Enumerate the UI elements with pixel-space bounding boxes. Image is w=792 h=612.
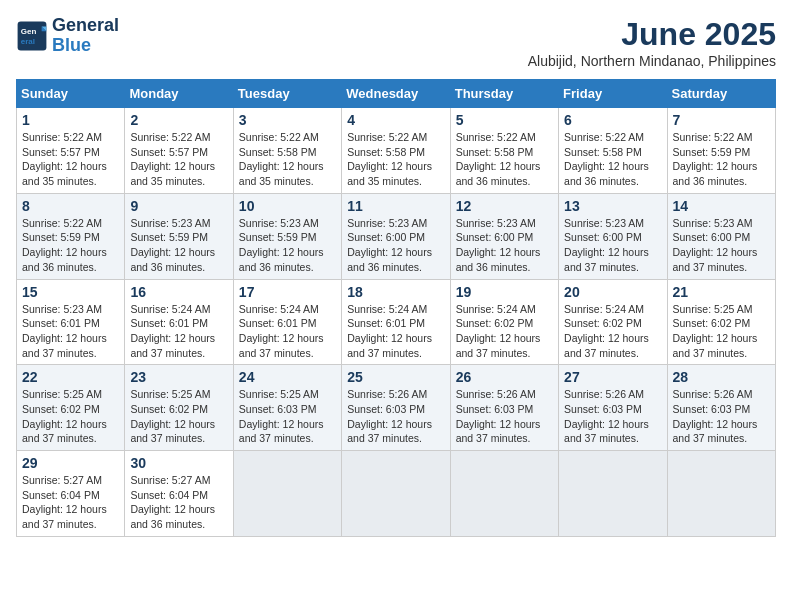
- calendar-cell-empty-3-4: [450, 451, 558, 537]
- day-info: Sunrise: 5:23 AMSunset: 5:59 PMDaylight:…: [130, 217, 215, 273]
- day-number: 11: [347, 198, 444, 214]
- day-info: Sunrise: 5:25 AMSunset: 6:02 PMDaylight:…: [130, 388, 215, 444]
- day-info: Sunrise: 5:27 AMSunset: 6:04 PMDaylight:…: [22, 474, 107, 530]
- day-info: Sunrise: 5:27 AMSunset: 6:04 PMDaylight:…: [130, 474, 215, 530]
- day-number: 16: [130, 284, 227, 300]
- calendar-cell-28: 28Sunrise: 5:26 AMSunset: 6:03 PMDayligh…: [667, 365, 775, 451]
- calendar-cell-14: 14Sunrise: 5:23 AMSunset: 6:00 PMDayligh…: [667, 193, 775, 279]
- location-title: Alubijid, Northern Mindanao, Philippines: [528, 53, 776, 69]
- day-number: 23: [130, 369, 227, 385]
- day-info: Sunrise: 5:26 AMSunset: 6:03 PMDaylight:…: [347, 388, 432, 444]
- col-saturday: Saturday: [667, 80, 775, 108]
- calendar-cell-29: 29Sunrise: 5:27 AMSunset: 6:04 PMDayligh…: [17, 451, 125, 537]
- day-number: 18: [347, 284, 444, 300]
- day-info: Sunrise: 5:24 AMSunset: 6:02 PMDaylight:…: [564, 303, 649, 359]
- calendar-cell-empty-3-3: [342, 451, 450, 537]
- day-info: Sunrise: 5:25 AMSunset: 6:02 PMDaylight:…: [22, 388, 107, 444]
- day-number: 2: [130, 112, 227, 128]
- day-number: 14: [673, 198, 770, 214]
- day-number: 7: [673, 112, 770, 128]
- day-info: Sunrise: 5:26 AMSunset: 6:03 PMDaylight:…: [456, 388, 541, 444]
- day-info: Sunrise: 5:24 AMSunset: 6:02 PMDaylight:…: [456, 303, 541, 359]
- day-number: 6: [564, 112, 661, 128]
- day-number: 15: [22, 284, 119, 300]
- calendar-cell-empty-3-2: [233, 451, 341, 537]
- day-info: Sunrise: 5:22 AMSunset: 5:59 PMDaylight:…: [673, 131, 758, 187]
- day-number: 28: [673, 369, 770, 385]
- day-info: Sunrise: 5:24 AMSunset: 6:01 PMDaylight:…: [347, 303, 432, 359]
- calendar-cell-empty-3-6: [667, 451, 775, 537]
- day-info: Sunrise: 5:22 AMSunset: 5:58 PMDaylight:…: [456, 131, 541, 187]
- logo-text: General Blue: [52, 16, 119, 56]
- calendar-cell-24: 24Sunrise: 5:25 AMSunset: 6:03 PMDayligh…: [233, 365, 341, 451]
- calendar-cell-6: 6Sunrise: 5:22 AMSunset: 5:58 PMDaylight…: [559, 108, 667, 194]
- day-info: Sunrise: 5:24 AMSunset: 6:01 PMDaylight:…: [130, 303, 215, 359]
- day-info: Sunrise: 5:23 AMSunset: 6:00 PMDaylight:…: [347, 217, 432, 273]
- col-tuesday: Tuesday: [233, 80, 341, 108]
- day-number: 5: [456, 112, 553, 128]
- day-number: 30: [130, 455, 227, 471]
- col-friday: Friday: [559, 80, 667, 108]
- day-number: 12: [456, 198, 553, 214]
- calendar-cell-10: 10Sunrise: 5:23 AMSunset: 5:59 PMDayligh…: [233, 193, 341, 279]
- day-number: 13: [564, 198, 661, 214]
- calendar-cell-12: 12Sunrise: 5:23 AMSunset: 6:00 PMDayligh…: [450, 193, 558, 279]
- day-number: 8: [22, 198, 119, 214]
- week-row-4: 22Sunrise: 5:25 AMSunset: 6:02 PMDayligh…: [17, 365, 776, 451]
- calendar-cell-7: 7Sunrise: 5:22 AMSunset: 5:59 PMDaylight…: [667, 108, 775, 194]
- calendar-cell-19: 19Sunrise: 5:24 AMSunset: 6:02 PMDayligh…: [450, 279, 558, 365]
- svg-text:eral: eral: [21, 37, 35, 46]
- day-info: Sunrise: 5:23 AMSunset: 6:00 PMDaylight:…: [673, 217, 758, 273]
- calendar-cell-13: 13Sunrise: 5:23 AMSunset: 6:00 PMDayligh…: [559, 193, 667, 279]
- day-info: Sunrise: 5:22 AMSunset: 5:57 PMDaylight:…: [130, 131, 215, 187]
- calendar-cell-3: 3Sunrise: 5:22 AMSunset: 5:58 PMDaylight…: [233, 108, 341, 194]
- week-row-1: 1Sunrise: 5:22 AMSunset: 5:57 PMDaylight…: [17, 108, 776, 194]
- day-number: 17: [239, 284, 336, 300]
- day-info: Sunrise: 5:23 AMSunset: 5:59 PMDaylight:…: [239, 217, 324, 273]
- calendar-cell-9: 9Sunrise: 5:23 AMSunset: 5:59 PMDaylight…: [125, 193, 233, 279]
- day-info: Sunrise: 5:22 AMSunset: 5:57 PMDaylight:…: [22, 131, 107, 187]
- calendar-header-row: Sunday Monday Tuesday Wednesday Thursday…: [17, 80, 776, 108]
- day-info: Sunrise: 5:24 AMSunset: 6:01 PMDaylight:…: [239, 303, 324, 359]
- day-number: 24: [239, 369, 336, 385]
- day-info: Sunrise: 5:22 AMSunset: 5:58 PMDaylight:…: [239, 131, 324, 187]
- day-number: 25: [347, 369, 444, 385]
- calendar-cell-empty-3-5: [559, 451, 667, 537]
- day-number: 20: [564, 284, 661, 300]
- day-number: 9: [130, 198, 227, 214]
- calendar-cell-25: 25Sunrise: 5:26 AMSunset: 6:03 PMDayligh…: [342, 365, 450, 451]
- day-info: Sunrise: 5:23 AMSunset: 6:01 PMDaylight:…: [22, 303, 107, 359]
- day-number: 19: [456, 284, 553, 300]
- col-monday: Monday: [125, 80, 233, 108]
- calendar-cell-5: 5Sunrise: 5:22 AMSunset: 5:58 PMDaylight…: [450, 108, 558, 194]
- calendar-cell-27: 27Sunrise: 5:26 AMSunset: 6:03 PMDayligh…: [559, 365, 667, 451]
- day-info: Sunrise: 5:25 AMSunset: 6:02 PMDaylight:…: [673, 303, 758, 359]
- day-info: Sunrise: 5:26 AMSunset: 6:03 PMDaylight:…: [564, 388, 649, 444]
- calendar-cell-2: 2Sunrise: 5:22 AMSunset: 5:57 PMDaylight…: [125, 108, 233, 194]
- title-section: June 2025 Alubijid, Northern Mindanao, P…: [528, 16, 776, 69]
- calendar-cell-15: 15Sunrise: 5:23 AMSunset: 6:01 PMDayligh…: [17, 279, 125, 365]
- calendar-cell-1: 1Sunrise: 5:22 AMSunset: 5:57 PMDaylight…: [17, 108, 125, 194]
- day-info: Sunrise: 5:25 AMSunset: 6:03 PMDaylight:…: [239, 388, 324, 444]
- calendar-cell-23: 23Sunrise: 5:25 AMSunset: 6:02 PMDayligh…: [125, 365, 233, 451]
- day-info: Sunrise: 5:22 AMSunset: 5:58 PMDaylight:…: [564, 131, 649, 187]
- day-number: 3: [239, 112, 336, 128]
- day-number: 22: [22, 369, 119, 385]
- month-title: June 2025: [528, 16, 776, 53]
- week-row-3: 15Sunrise: 5:23 AMSunset: 6:01 PMDayligh…: [17, 279, 776, 365]
- calendar-cell-30: 30Sunrise: 5:27 AMSunset: 6:04 PMDayligh…: [125, 451, 233, 537]
- calendar-cell-16: 16Sunrise: 5:24 AMSunset: 6:01 PMDayligh…: [125, 279, 233, 365]
- day-number: 29: [22, 455, 119, 471]
- page-header: Gen eral General Blue June 2025 Alubijid…: [16, 16, 776, 69]
- calendar-cell-20: 20Sunrise: 5:24 AMSunset: 6:02 PMDayligh…: [559, 279, 667, 365]
- calendar-cell-21: 21Sunrise: 5:25 AMSunset: 6:02 PMDayligh…: [667, 279, 775, 365]
- calendar-cell-18: 18Sunrise: 5:24 AMSunset: 6:01 PMDayligh…: [342, 279, 450, 365]
- calendar-cell-4: 4Sunrise: 5:22 AMSunset: 5:58 PMDaylight…: [342, 108, 450, 194]
- logo: Gen eral General Blue: [16, 16, 119, 56]
- calendar-cell-26: 26Sunrise: 5:26 AMSunset: 6:03 PMDayligh…: [450, 365, 558, 451]
- day-info: Sunrise: 5:22 AMSunset: 5:59 PMDaylight:…: [22, 217, 107, 273]
- day-info: Sunrise: 5:26 AMSunset: 6:03 PMDaylight:…: [673, 388, 758, 444]
- day-info: Sunrise: 5:23 AMSunset: 6:00 PMDaylight:…: [456, 217, 541, 273]
- week-row-5: 29Sunrise: 5:27 AMSunset: 6:04 PMDayligh…: [17, 451, 776, 537]
- day-number: 27: [564, 369, 661, 385]
